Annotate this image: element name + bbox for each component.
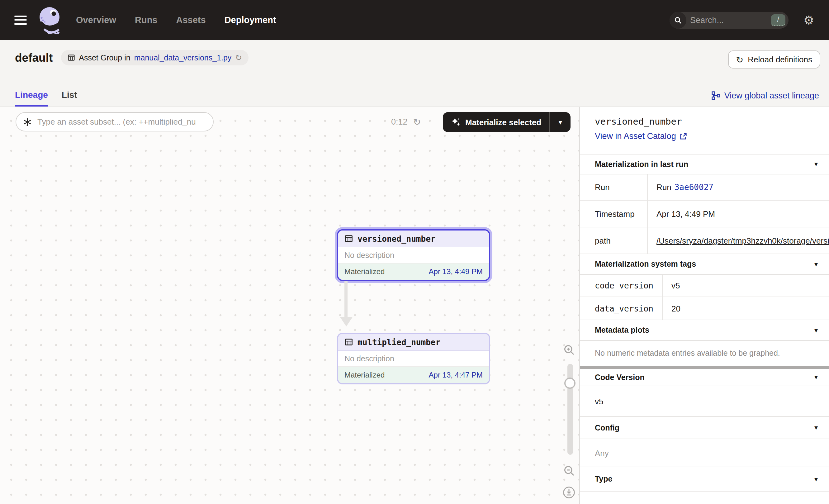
tag-key: code_version — [580, 275, 662, 296]
tab-list[interactable]: List — [62, 90, 77, 107]
collapse-caret-icon[interactable]: ▾ — [814, 160, 818, 168]
asset-table-icon — [345, 234, 353, 243]
asset-table-icon — [345, 338, 353, 347]
section-metadata-plots[interactable]: Metadata plots ▾ — [580, 320, 829, 341]
section-config[interactable]: Config ▾ — [580, 417, 829, 439]
timer-value: 0:12 — [391, 117, 408, 127]
breadcrumb-file-link[interactable]: manual_data_versions_1.py — [134, 53, 232, 62]
refresh-icon[interactable]: ↻ — [413, 117, 421, 127]
selected-asset-name: versioned_number — [595, 116, 819, 127]
lineage-edge-arrowhead — [340, 317, 352, 326]
tab-lineage[interactable]: Lineage — [15, 90, 48, 107]
asset-group-breadcrumb: Asset Group in manual_data_versions_1.py… — [61, 50, 248, 65]
download-image-icon[interactable] — [563, 486, 576, 499]
nav-deployment[interactable]: Deployment — [224, 15, 276, 25]
panel-divider — [580, 366, 829, 369]
section-code-version[interactable]: Code Version ▾ — [580, 369, 829, 386]
table-row-timestamp: Timestamp Apr 13, 4:49 PM — [580, 201, 829, 227]
asset-subset-filter[interactable] — [15, 112, 214, 132]
asset-node-versioned-number[interactable]: versioned_number No description Material… — [337, 229, 490, 281]
tag-key: data_version — [580, 297, 662, 320]
materialized-status: Materialized — [345, 371, 385, 380]
table-row-data-version: data_version 20 — [580, 297, 829, 320]
collapse-caret-icon[interactable]: ▾ — [814, 475, 818, 483]
nav-runs[interactable]: Runs — [135, 15, 157, 25]
dagster-logo-icon[interactable] — [37, 6, 62, 34]
asset-description: No description — [338, 247, 489, 263]
table-row-path: path /Users/sryza/dagster/tmp3hzzvh0k/st… — [580, 227, 829, 254]
asset-description: No description — [338, 351, 489, 367]
table-row-run: Run Run 3ae60027 — [580, 174, 829, 201]
panel-header: versioned_number View in Asset Catalog — [580, 107, 829, 154]
page-header: default Asset Group in manual_data_versi… — [0, 40, 829, 107]
reload-icon: ↻ — [736, 55, 743, 64]
tag-value: 20 — [662, 297, 829, 320]
lineage-graph-canvas[interactable]: 0:12 ↻ Materialize selected ▾ — [0, 107, 579, 504]
collapse-caret-icon[interactable]: ▾ — [814, 260, 818, 268]
view-tabs: Lineage List — [15, 90, 77, 107]
lineage-edge — [345, 281, 348, 317]
slash-shortcut-badge: / — [771, 14, 785, 26]
materialized-status: Materialized — [345, 267, 385, 276]
asset-name: versioned_number — [358, 234, 435, 243]
asset-subset-input[interactable] — [36, 116, 206, 127]
nav-overview[interactable]: Overview — [76, 15, 116, 25]
materialize-selected-button[interactable]: Materialize selected ▾ — [443, 112, 571, 132]
asset-node-multiplied-number[interactable]: multiplied_number No description Materia… — [337, 333, 490, 384]
view-global-lineage-link[interactable]: View global asset lineage — [711, 91, 819, 100]
nav-assets[interactable]: Assets — [176, 15, 206, 25]
zoom-in-icon[interactable] — [563, 344, 576, 356]
materialization-time-link[interactable]: Apr 13, 4:47 PM — [429, 371, 483, 380]
sparkle-icon — [451, 117, 461, 127]
lineage-graph-icon — [711, 91, 721, 100]
reload-definitions-button[interactable]: ↻ Reload definitions — [728, 50, 820, 69]
collapse-caret-icon[interactable]: ▾ — [814, 373, 818, 381]
primary-nav: Overview Runs Assets Deployment — [76, 15, 276, 25]
collapse-caret-icon[interactable]: ▾ — [814, 424, 818, 432]
tag-value: v5 — [662, 275, 829, 296]
view-in-asset-catalog-link[interactable]: View in Asset Catalog — [595, 132, 819, 141]
section-materialization-last-run[interactable]: Materialization in last run ▾ — [580, 154, 829, 174]
materialization-time-link[interactable]: Apr 13, 4:49 PM — [429, 267, 483, 276]
timestamp-value: Apr 13, 4:49 PM — [647, 201, 829, 227]
row-label: Run — [580, 174, 647, 200]
zoom-slider-thumb[interactable] — [564, 377, 575, 389]
materialize-options-caret[interactable]: ▾ — [550, 112, 571, 132]
search-input[interactable] — [686, 15, 771, 25]
dagster-app: Overview Runs Assets Deployment / ⚙ defa… — [0, 0, 829, 504]
config-value: Any — [580, 439, 829, 467]
asset-group-icon — [67, 53, 75, 62]
table-row-code-version: code_version v5 — [580, 275, 829, 297]
settings-gear-icon[interactable]: ⚙ — [803, 14, 814, 26]
collapse-caret-icon[interactable]: ▾ — [814, 326, 818, 334]
external-link-icon — [680, 132, 687, 140]
row-label: Timestamp — [580, 201, 647, 227]
section-type[interactable]: Type ▾ — [580, 467, 829, 492]
search-box[interactable]: / — [670, 11, 789, 28]
page-title: default — [15, 51, 52, 65]
run-prefix: Run — [656, 183, 672, 192]
code-version-value: v5 — [580, 386, 829, 417]
refresh-icon[interactable]: ↻ — [235, 53, 242, 62]
op-selector-icon — [23, 117, 32, 126]
zoom-out-icon[interactable] — [563, 465, 576, 477]
metadata-plots-empty-message: No numeric metadata entries available to… — [580, 341, 829, 366]
section-system-tags[interactable]: Materialization system tags ▾ — [580, 254, 829, 275]
breadcrumb-prefix: Asset Group in — [79, 53, 130, 62]
run-id-link[interactable]: 3ae60027 — [675, 183, 714, 192]
path-link[interactable]: /Users/sryza/dagster/tmp3hzzvh0k/storage… — [656, 236, 829, 245]
top-nav: Overview Runs Assets Deployment / ⚙ — [0, 0, 829, 40]
asset-name: multiplied_number — [358, 337, 440, 347]
refresh-timer: 0:12 ↻ — [391, 112, 421, 132]
row-label: path — [580, 227, 647, 254]
search-icon — [670, 11, 686, 28]
asset-detail-panel: versioned_number View in Asset Catalog M… — [579, 107, 829, 504]
menu-icon[interactable] — [14, 15, 27, 25]
